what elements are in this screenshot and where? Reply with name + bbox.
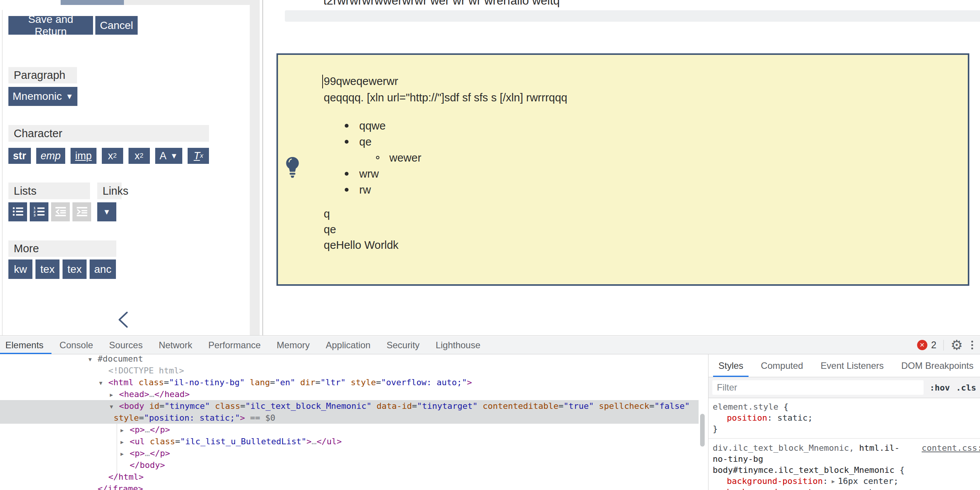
devtools-tab-memory[interactable]: Memory <box>269 336 318 354</box>
note-text-content[interactable]: 99qweqewerwrqeqqqq. [xln url="http://"]s… <box>324 73 877 253</box>
styles-tab-event-listeners[interactable]: Event Listeners <box>821 354 884 377</box>
save-and-return-button[interactable]: Save and Return <box>8 16 93 35</box>
tabbar-separator <box>943 340 944 351</box>
console-error-badge[interactable]: ✕ 2 <box>917 339 937 351</box>
dom-tree-row[interactable]: ▼<html class="il-no-tiny-bg" lang="en" d… <box>0 376 699 388</box>
caret-down-icon: ▼ <box>103 208 111 216</box>
note-list-item-text: wewer <box>389 152 421 164</box>
css-rule-close: } <box>713 423 980 434</box>
elements-tree-panel[interactable]: ▼#document<!DOCTYPE html>▼<html class="i… <box>0 354 699 490</box>
dom-tree-row[interactable]: ▶<p>…</p> <box>0 424 699 436</box>
styles-filter-row: :hov .cls <box>708 377 980 398</box>
superscript-button[interactable]: x2 <box>102 148 123 164</box>
styles-tab-dom-breakpoints[interactable]: DOM Breakpoints <box>901 354 974 377</box>
devtools-tab-console[interactable]: Console <box>51 336 101 354</box>
dom-tree-row[interactable]: ▼#document <box>0 354 699 365</box>
css-property-line[interactable]: background-position:▶16px center; <box>713 476 980 487</box>
ordered-list-button[interactable]: 123 <box>30 202 48 221</box>
styles-tab-styles[interactable]: Styles <box>718 354 743 377</box>
styles-filter-input[interactable] <box>712 380 924 395</box>
devtools-tab-elements[interactable]: Elements <box>0 336 51 354</box>
class-toggle[interactable]: .cls <box>956 383 976 392</box>
clear-format-button-label: T <box>194 150 200 162</box>
paragraph-style-dropdown[interactable]: Mnemonic ▼ <box>8 87 77 106</box>
links-dropdown-button[interactable]: ▼ <box>97 202 116 221</box>
devtools-tab-network[interactable]: Network <box>151 336 200 354</box>
svg-text:3: 3 <box>34 213 35 217</box>
note-outro-line-2: qe <box>324 222 877 237</box>
dom-tree-row[interactable]: ▼<body id="tinymce" class="ilc_text_bloc… <box>0 400 699 412</box>
dom-tree-row[interactable]: ▶<p>…</p> <box>0 447 699 459</box>
expand-value-icon[interactable]: ▶ <box>832 476 835 487</box>
dom-tree-row[interactable]: style="position: static;"> == $0 <box>0 412 699 424</box>
expand-arrow-down-icon[interactable]: ▼ <box>110 401 119 413</box>
sidebar-scrollbar-track[interactable] <box>250 0 260 335</box>
dom-tree-row[interactable]: ▶<head>…</head> <box>0 388 699 400</box>
css-property-line[interactable]: background-repeat:▶no-repeat; <box>713 487 980 490</box>
expand-arrow-right-icon[interactable]: ▶ <box>110 389 119 401</box>
devtools-tab-lighthouse[interactable]: Lighthouse <box>427 336 488 354</box>
note-outro-paragraph: qqeqeHello Worldk <box>324 206 877 253</box>
bullet-disc-icon <box>345 172 349 176</box>
devtools-tab-application[interactable]: Application <box>318 336 378 354</box>
gear-icon[interactable]: ⚙ <box>951 338 963 352</box>
note-intro-paragraph: 99qweqewerwrqeqqqq. [xln url="http://"]s… <box>324 73 877 106</box>
tex-button-2[interactable]: tex <box>63 259 87 279</box>
note-list-item-text: rw <box>359 184 371 196</box>
outdent-icon <box>55 206 66 218</box>
css-selector-line: no-tiny-bg <box>713 453 980 464</box>
expand-arrow-down-icon[interactable]: ▼ <box>99 377 108 389</box>
character-button-row: strempimpx2x2A▼Tx <box>8 148 209 164</box>
hover-state-toggle[interactable]: :hov <box>930 383 950 392</box>
styles-sidebar-tabs: StylesComputedEvent ListenersDOM Breakpo… <box>708 354 980 377</box>
emphasis-button[interactable]: emp <box>36 148 66 164</box>
editor-sidebar: Save and Return Cancel Paragraph Mnemoni… <box>0 0 262 335</box>
dom-tree-row[interactable]: </body> <box>0 459 699 471</box>
keyword-button[interactable]: kw <box>8 259 32 279</box>
note-list-item: rw <box>324 182 877 198</box>
devtools-tab-security[interactable]: Security <box>379 336 428 354</box>
css-rules-list: element.style {position: static;}div.ilc… <box>708 398 980 490</box>
expand-arrow-right-icon[interactable]: ▶ <box>120 436 130 448</box>
note-outro-line-3: qeHello Worldk <box>324 237 877 253</box>
top-toolbar-fragment <box>61 0 124 5</box>
clear-format-button[interactable]: Tx <box>188 148 209 164</box>
css-property-value: static; <box>777 413 813 423</box>
collapse-sidebar-button[interactable] <box>116 311 131 329</box>
expand-arrow-down-icon[interactable]: ▼ <box>88 354 98 365</box>
subscript-button[interactable]: x2 <box>129 148 150 164</box>
devtools-tab-sources[interactable]: Sources <box>101 336 151 354</box>
expand-value-icon[interactable]: ▶ <box>821 487 824 490</box>
important-button[interactable]: imp <box>71 148 96 164</box>
page-editor-canvas[interactable]: t2rwrwrwrwwerwrwr wer wr wr wrerfallo we… <box>263 0 980 335</box>
expand-arrow-right-icon[interactable]: ▶ <box>120 448 130 460</box>
css-property-name: background-repeat <box>727 487 813 490</box>
elements-scrollbar-thumb[interactable] <box>700 414 705 447</box>
note-intro-line-1: 99qweqewerwr <box>324 73 877 90</box>
dom-tree-row[interactable]: ▶<ul class="ilc_list_u_BulletedList">…</… <box>0 436 699 447</box>
cancel-button[interactable]: Cancel <box>95 16 138 35</box>
anchor-button[interactable]: anc <box>90 259 116 279</box>
kebab-menu-icon[interactable] <box>970 339 975 351</box>
collapsed-block-placeholder[interactable] <box>285 10 980 22</box>
devtools-panel: ElementsConsoleSourcesNetworkPerformance… <box>0 335 980 490</box>
css-property-line[interactable]: position: static; <box>713 412 980 423</box>
dom-tree-row[interactable]: </html> <box>0 471 699 483</box>
mnemonic-note-block[interactable]: 99qweqewerwrqeqqqq. [xln url="http://"]s… <box>276 53 969 286</box>
note-outro-line-1: q <box>324 206 877 222</box>
bullet-disc-icon <box>345 140 349 144</box>
ordered-list-icon: 123 <box>34 206 45 218</box>
unordered-list-button[interactable] <box>8 202 27 221</box>
strong-button[interactable]: str <box>8 148 31 164</box>
styles-tab-computed[interactable]: Computed <box>761 354 803 377</box>
dom-tree-row[interactable]: </iframe> <box>0 483 699 490</box>
dom-tree-row[interactable]: <!DOCTYPE html> <box>0 365 699 376</box>
text-color-button[interactable]: A▼ <box>155 148 183 164</box>
stylesheet-source-link[interactable]: content.css: <box>922 442 980 453</box>
expand-arrow-right-icon[interactable]: ▶ <box>120 424 130 436</box>
subscript-button-label: x <box>135 150 140 162</box>
top-toolbar-track <box>124 0 253 5</box>
error-circle-icon: ✕ <box>917 340 927 350</box>
devtools-tab-performance[interactable]: Performance <box>200 336 268 354</box>
tex-button-1[interactable]: tex <box>35 259 59 279</box>
